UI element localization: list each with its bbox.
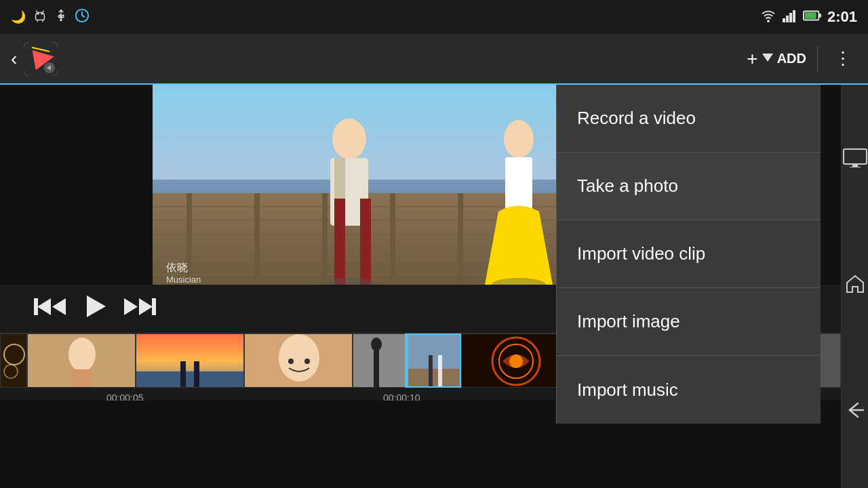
svg-point-83 (509, 354, 523, 368)
thumb-4 (244, 333, 353, 388)
svg-point-39 (332, 119, 366, 159)
svg-rect-67 (180, 361, 186, 388)
svg-marker-56 (124, 298, 138, 315)
svg-rect-41 (334, 158, 345, 199)
update-icon (75, 8, 90, 26)
svg-text:Musician: Musician (166, 274, 201, 285)
screen-icon[interactable] (843, 148, 867, 172)
fast-forward-button[interactable] (122, 295, 156, 323)
home-icon[interactable] (844, 273, 866, 300)
svg-rect-36 (458, 193, 463, 285)
svg-line-2 (37, 10, 38, 12)
back-nav-icon[interactable] (844, 401, 866, 424)
usb-icon (54, 8, 68, 26)
svg-rect-54 (34, 298, 38, 315)
svg-marker-57 (139, 298, 153, 315)
more-button[interactable]: ⋮ (829, 48, 857, 69)
app-logo (24, 42, 58, 76)
signal-icon (783, 9, 797, 25)
add-arrow-icon (762, 54, 773, 64)
play-button[interactable] (81, 293, 108, 325)
svg-rect-78 (429, 355, 433, 388)
svg-rect-11 (783, 18, 785, 22)
svg-rect-64 (72, 369, 92, 388)
svg-point-63 (68, 338, 96, 371)
rewind-button[interactable] (34, 295, 68, 323)
add-button[interactable]: + ADD (747, 48, 806, 70)
time-mark-10: 00:00:10 (383, 392, 420, 401)
svg-point-71 (288, 359, 294, 364)
svg-rect-45 (505, 157, 532, 211)
status-icons-left: 🌙 (11, 8, 90, 26)
menu-item-import-music[interactable]: Import music (557, 356, 821, 424)
top-bar-right: + ADD ⋮ (747, 45, 857, 73)
svg-rect-85 (844, 149, 867, 164)
svg-rect-13 (789, 13, 792, 22)
svg-rect-8 (63, 14, 64, 16)
svg-rect-42 (334, 199, 345, 285)
svg-point-70 (279, 334, 319, 382)
android-icon (33, 8, 47, 26)
playhead (405, 333, 407, 388)
svg-point-75 (371, 338, 382, 351)
svg-rect-59 (1, 334, 27, 388)
svg-rect-12 (786, 16, 789, 22)
svg-marker-53 (52, 298, 66, 315)
thumb-5 (353, 333, 407, 388)
thumb-2 (27, 333, 136, 388)
menu-item-import-video[interactable]: Import video clip (557, 220, 821, 288)
dropdown-menu: Record a video Take a photo Import video… (556, 85, 821, 424)
svg-rect-66 (136, 371, 244, 388)
time-mark-5: 00:00:05 (106, 392, 144, 401)
svg-rect-16 (818, 14, 821, 18)
svg-rect-7 (60, 14, 62, 16)
battery-icon (803, 9, 822, 24)
svg-rect-86 (852, 164, 858, 167)
svg-rect-77 (408, 369, 461, 388)
svg-marker-52 (37, 298, 51, 315)
svg-rect-14 (793, 10, 795, 22)
side-nav (841, 85, 868, 488)
svg-rect-34 (322, 193, 328, 285)
svg-rect-87 (850, 167, 861, 167)
thumb-3 (136, 333, 244, 388)
menu-item-import-image[interactable]: Import image (557, 288, 821, 356)
wifi-icon (760, 9, 777, 25)
svg-rect-17 (805, 12, 816, 18)
svg-point-10 (767, 20, 770, 22)
moon-icon: 🌙 (11, 9, 26, 24)
svg-text:依晓: 依晓 (166, 262, 188, 273)
thumb-1 (0, 333, 27, 388)
svg-point-72 (304, 359, 310, 364)
thumb-7 (461, 333, 570, 388)
status-icons-right: 2:01 (760, 8, 857, 26)
svg-rect-33 (254, 193, 260, 285)
svg-marker-22 (762, 54, 773, 62)
svg-rect-68 (194, 361, 199, 388)
svg-point-6 (60, 19, 62, 21)
svg-rect-79 (438, 355, 442, 388)
svg-line-3 (43, 10, 44, 12)
svg-rect-74 (374, 348, 379, 388)
thumb-6 (407, 333, 461, 388)
back-button[interactable]: ‹ (11, 48, 17, 70)
svg-rect-35 (390, 193, 395, 285)
menu-item-record-video[interactable]: Record a video (557, 85, 821, 152)
top-bar: ‹ + ADD ⋮ (0, 34, 868, 85)
status-bar: 🌙 (0, 0, 868, 34)
svg-point-44 (504, 120, 534, 158)
svg-rect-58 (152, 298, 156, 315)
status-time: 2:01 (827, 8, 857, 26)
add-label: ADD (777, 51, 806, 66)
main-content: 依晓 Musician NO.99 你身边 (0, 85, 868, 488)
menu-item-take-photo[interactable]: Take a photo (557, 152, 821, 220)
svg-marker-55 (87, 296, 106, 317)
divider (817, 45, 818, 73)
add-icon: + (747, 48, 757, 70)
svg-rect-43 (360, 199, 371, 285)
